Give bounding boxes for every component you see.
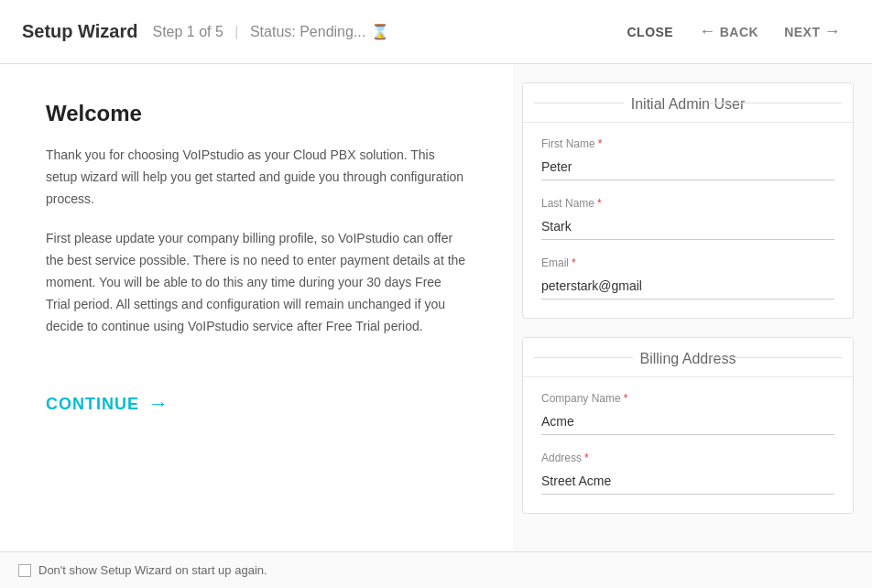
right-panel: Initial Admin User First Name * Last Nam… xyxy=(513,64,872,551)
next-button[interactable]: NEXT → xyxy=(775,16,850,47)
admin-card-header: Initial Admin User xyxy=(523,83,853,123)
company-name-label: Company Name * xyxy=(541,392,834,405)
welcome-title: Welcome xyxy=(46,101,467,126)
back-button[interactable]: ← BACK xyxy=(690,16,768,47)
footer: Don't show Setup Wizard on start up agai… xyxy=(0,551,872,588)
dont-show-label: Don't show Setup Wizard on start up agai… xyxy=(38,563,267,577)
dont-show-checkbox[interactable] xyxy=(18,564,31,577)
required-star: * xyxy=(584,452,589,464)
header-nav: CLOSE ← BACK NEXT → xyxy=(617,16,850,47)
address-field: Address * xyxy=(541,452,834,495)
billing-card: Billing Address Company Name * Address * xyxy=(522,337,854,514)
required-star: * xyxy=(598,137,603,150)
back-arrow-icon: ← xyxy=(699,22,716,41)
first-name-field: First Name * xyxy=(541,137,834,180)
welcome-para2: First please update your company billing… xyxy=(46,228,467,337)
required-star: * xyxy=(572,256,576,269)
app-title: Setup Wizard xyxy=(22,21,138,42)
address-label: Address * xyxy=(541,452,834,464)
company-name-input[interactable] xyxy=(541,408,834,435)
first-name-label: First Name * xyxy=(541,137,834,150)
admin-card-body: First Name * Last Name * Email * xyxy=(523,123,853,318)
last-name-label: Last Name * xyxy=(541,197,834,210)
required-star: * xyxy=(624,392,628,405)
required-star: * xyxy=(597,197,602,210)
header-divider: | xyxy=(231,24,243,40)
continue-arrow-icon: → xyxy=(148,392,169,416)
continue-button[interactable]: CONTINUE → xyxy=(46,383,169,425)
close-button[interactable]: CLOSE xyxy=(617,19,682,45)
step-indicator: Step 1 of 5 xyxy=(153,24,223,40)
left-panel: Welcome Thank you for choosing VoIPstudi… xyxy=(0,64,513,551)
admin-user-card: Initial Admin User First Name * Last Nam… xyxy=(522,82,854,319)
last-name-input[interactable] xyxy=(541,213,834,240)
address-input[interactable] xyxy=(541,468,834,495)
hourglass-icon: ⌛ xyxy=(371,23,389,40)
email-input[interactable] xyxy=(541,273,834,299)
status-text: Status: Pending... ⌛ xyxy=(250,23,389,40)
company-name-field: Company Name * xyxy=(541,392,834,435)
main-content: Welcome Thank you for choosing VoIPstudi… xyxy=(0,64,872,551)
email-field: Email * xyxy=(541,256,834,299)
first-name-input[interactable] xyxy=(541,154,834,180)
welcome-para1: Thank you for choosing VoIPstudio as you… xyxy=(46,145,467,210)
billing-card-header: Billing Address xyxy=(523,338,853,377)
last-name-field: Last Name * xyxy=(541,197,834,240)
next-arrow-icon: → xyxy=(824,22,842,41)
header: Setup Wizard Step 1 of 5 | Status: Pendi… xyxy=(0,0,872,64)
email-label: Email * xyxy=(541,256,834,269)
billing-card-body: Company Name * Address * xyxy=(523,377,853,513)
